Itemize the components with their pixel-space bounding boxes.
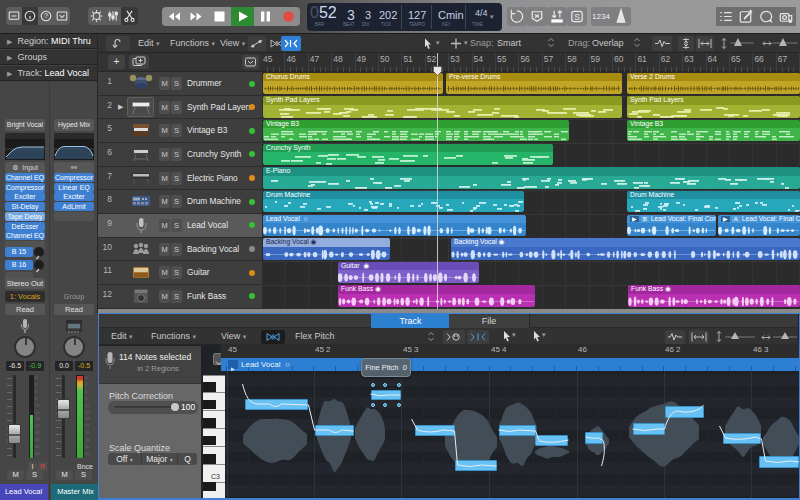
svg-text:?: ? xyxy=(44,11,48,20)
svg-text:S: S xyxy=(574,12,580,22)
